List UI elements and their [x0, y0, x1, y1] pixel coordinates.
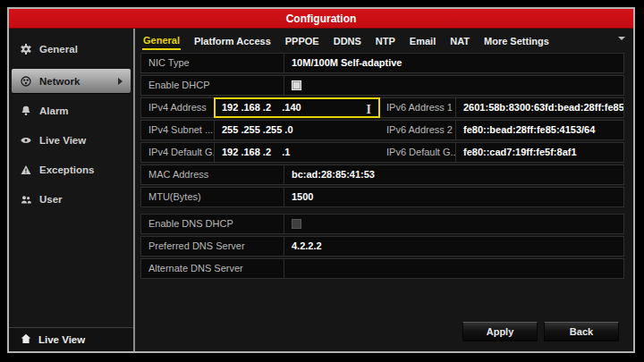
enable-dns-dhcp-label: Enable DNS DHCP: [141, 215, 284, 233]
apply-button[interactable]: Apply: [462, 322, 538, 341]
mtu-label: MTU(Bytes): [141, 188, 284, 206]
enable-dns-dhcp-checkbox: [292, 219, 301, 229]
ipv6-address1-label: IPv6 Address 1: [379, 98, 456, 117]
ipv4-subnet-input[interactable]: 255 .255 .255 .0: [215, 121, 379, 139]
tab-general[interactable]: General: [142, 31, 181, 50]
enable-dhcp-checkbox[interactable]: [292, 80, 301, 90]
tab-ddns[interactable]: DDNS: [333, 32, 362, 49]
ipv4-subnet-row: IPv4 Subnet ... 255 .255 .255 .0 IPv6 Ad…: [140, 120, 624, 140]
sidebar: General Network Alarm Live View: [9, 29, 135, 351]
text-cursor-icon: I: [367, 100, 371, 117]
tab-email[interactable]: Email: [409, 32, 436, 49]
sidebar-item-alarm[interactable]: Alarm: [9, 101, 133, 121]
sidebar-item-label: Exceptions: [39, 164, 94, 175]
alternate-dns-row: Alternate DNS Server: [140, 258, 624, 279]
ipv6-gateway-field[interactable]: fe80::cad7:19ff:fe5f:8af1: [456, 143, 623, 162]
sidebar-footer-label: Live View: [38, 334, 85, 345]
home-icon: [21, 333, 31, 346]
enable-dhcp-row: Enable DHCP: [140, 75, 624, 96]
sidebar-item-network[interactable]: Network: [12, 69, 131, 93]
sidebar-item-label: Alarm: [39, 105, 69, 116]
ipv4-address-row: IPv4 Address 192 .168 .2 .140I IPv6 Addr…: [140, 97, 624, 118]
main-panel: General Platform Access PPPOE DDNS NTP E…: [135, 29, 633, 351]
preferred-dns-label: Preferred DNS Server: [141, 237, 284, 256]
ipv4-gateway-input[interactable]: 192 .168 .2 .1: [215, 143, 379, 162]
sidebar-item-label: Network: [39, 76, 80, 87]
chevron-right-icon: [118, 78, 123, 85]
gear-icon: [21, 44, 31, 55]
back-button[interactable]: Back: [544, 322, 619, 341]
window-title: Configuration: [9, 9, 633, 29]
ipv4-address-label: IPv4 Address: [141, 98, 215, 117]
tab-nat[interactable]: NAT: [449, 32, 470, 49]
alternate-dns-input[interactable]: [284, 259, 623, 278]
enable-dns-dhcp-row: Enable DNS DHCP: [140, 214, 624, 234]
network-settings-form: NIC Type 10M/100M Self-adaptive Enable D…: [140, 53, 624, 281]
sidebar-footer-live-view[interactable]: Live View: [9, 327, 133, 351]
sidebar-item-live-view[interactable]: Live View: [9, 130, 133, 150]
ipv4-gateway-row: IPv4 Default G... 192 .168 .2 .1 IPv6 De…: [140, 142, 624, 163]
ipv6-gateway-label: IPv6 Default G...: [379, 143, 456, 162]
sidebar-item-label: Live View: [39, 135, 86, 146]
sidebar-item-label: User: [39, 194, 63, 205]
mac-address-value: bc:ad:28:85:41:53: [284, 165, 623, 184]
tab-ntp[interactable]: NTP: [375, 32, 396, 49]
sidebar-item-user[interactable]: User: [9, 189, 133, 209]
nic-type-row: NIC Type 10M/100M Self-adaptive: [140, 53, 624, 73]
mtu-input[interactable]: 1500: [284, 188, 623, 206]
enable-dhcp-label: Enable DHCP: [141, 76, 284, 95]
preferred-dns-input[interactable]: 4.2.2.2: [284, 237, 623, 256]
tab-pppoe[interactable]: PPPOE: [284, 32, 320, 49]
tab-bar: General Platform Access PPPOE DDNS NTP E…: [140, 29, 624, 53]
ipv4-subnet-label: IPv4 Subnet ...: [141, 121, 215, 139]
mac-address-row: MAC Address bc:ad:28:85:41:53: [140, 164, 624, 185]
exceptions-warning-icon: [21, 164, 31, 175]
ipv6-address1-field[interactable]: 2601:58b:8300:63fd:bead:28ff:fe85:4153/6…: [456, 98, 623, 117]
preferred-dns-row: Preferred DNS Server 4.2.2.2: [140, 236, 624, 257]
alternate-dns-label: Alternate DNS Server: [141, 259, 284, 278]
action-buttons: Apply Back: [462, 322, 619, 341]
nic-type-select[interactable]: 10M/100M Self-adaptive: [284, 54, 623, 72]
ipv4-gateway-label: IPv4 Default G...: [141, 143, 215, 162]
configuration-window: Configuration General Network: [7, 7, 635, 353]
sidebar-item-label: General: [39, 44, 78, 55]
live-view-eye-icon: [21, 135, 31, 146]
sidebar-item-general[interactable]: General: [9, 39, 133, 59]
ipv4-address-input[interactable]: 192 .168 .2 .140I: [215, 98, 379, 117]
mac-address-label: MAC Address: [141, 165, 284, 184]
sidebar-item-exceptions[interactable]: Exceptions: [9, 160, 133, 180]
user-group-icon: [21, 194, 31, 205]
ipv6-address2-field[interactable]: fe80::bead:28ff:fe85:4153/64: [456, 121, 623, 139]
tab-platform-access[interactable]: Platform Access: [193, 32, 272, 49]
tab-more-settings[interactable]: More Settings: [483, 32, 550, 49]
network-globe-icon: [21, 76, 31, 87]
mtu-row: MTU(Bytes) 1500: [140, 187, 624, 207]
nic-type-label: NIC Type: [141, 54, 284, 72]
chevron-down-icon: [618, 37, 625, 40]
ipv6-address2-label: IPv6 Address 2: [379, 121, 456, 139]
alarm-bell-icon: [21, 105, 31, 116]
